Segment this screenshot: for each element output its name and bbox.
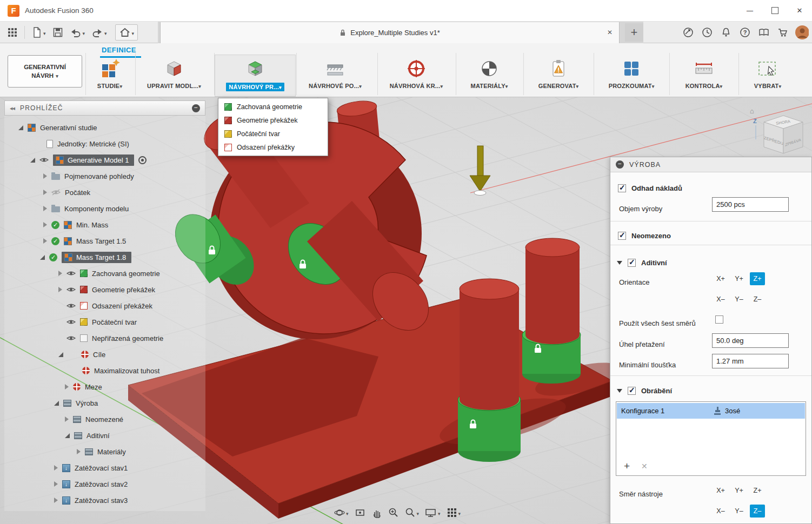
tool-y-plus-button[interactable]: Y+ (731, 484, 747, 497)
tree-item-zatezovaci-stav1[interactable]: Zatěžovací stav1 (4, 460, 205, 475)
ribbon-group-navrhova-kriteria[interactable]: NÁVRHOVÁ KR... (378, 55, 454, 96)
overhang-angle-input[interactable] (712, 333, 789, 348)
collapsed-triangle-icon[interactable] (54, 481, 58, 487)
tree-item-pocatek[interactable]: Počátek (4, 185, 205, 200)
tree-item-min-mass[interactable]: Min. Mass (4, 217, 205, 232)
collapsed-triangle-icon[interactable] (43, 222, 47, 227)
collapsed-triangle-icon[interactable] (54, 465, 58, 471)
grid-settings-button[interactable] (447, 507, 461, 518)
visibility-eye-icon[interactable] (66, 286, 76, 293)
visibility-eye-icon[interactable] (66, 270, 76, 277)
tree-item-komponenty-modelu[interactable]: Komponenty modelu (4, 201, 205, 216)
notifications-button[interactable] (719, 25, 733, 39)
close-button[interactable] (787, 0, 812, 22)
tree-item-maximalizovat-tuhost[interactable]: Maximalizovat tuhost (4, 363, 205, 378)
orientation-y-plus-button[interactable]: Y+ (731, 272, 747, 285)
tree-item-odsazeni-prekazek[interactable]: Odsazení překážek (4, 298, 205, 313)
visibility-eye-icon[interactable] (39, 157, 49, 163)
collapsed-triangle-icon[interactable] (43, 238, 47, 244)
collapsed-triangle-icon[interactable] (43, 173, 47, 179)
orientation-z-minus-button[interactable]: Z– (750, 293, 765, 306)
ribbon-group-generovat[interactable]: GENEROVAT (524, 55, 593, 96)
tree-item-neomezene[interactable]: Neomezené (4, 412, 205, 427)
cost-estimate-checkbox[interactable] (618, 184, 626, 192)
remove-config-button[interactable] (641, 462, 648, 471)
expanded-triangle-icon[interactable] (54, 401, 59, 406)
pan-button[interactable] (371, 507, 382, 518)
production-volume-input[interactable] (712, 197, 789, 212)
job-status-button[interactable] (700, 25, 714, 39)
tree-item-geometrie-prekazek[interactable]: Geometrie překážek (4, 282, 205, 297)
section-collapse-icon[interactable] (617, 389, 622, 393)
app-grid-button[interactable] (4, 22, 21, 43)
tree-item-mass-target-18[interactable]: Mass Target 1.8 (4, 250, 205, 265)
tree-item-zatezovaci-stav3[interactable]: Zatěžovací stav3 (4, 493, 205, 508)
menu-item-odsazeni-prekazky[interactable]: Odsazení překážky (218, 140, 328, 154)
collapsed-triangle-icon[interactable] (65, 416, 69, 422)
tree-item-aditivni[interactable]: Aditivní (4, 428, 205, 443)
orientation-x-minus-button[interactable]: X– (713, 293, 728, 306)
ribbon-tab-definice[interactable]: DEFINICE (102, 46, 136, 54)
collapsed-triangle-icon[interactable] (58, 271, 62, 276)
new-tab-button[interactable] (625, 23, 643, 42)
orientation-y-minus-button[interactable]: Y– (731, 293, 747, 306)
redo-button[interactable] (89, 22, 110, 43)
look-at-button[interactable] (355, 507, 365, 518)
menu-item-zachovana-geometrie[interactable]: Zachovaná geometrie (218, 100, 328, 113)
maximize-button[interactable] (762, 0, 787, 22)
home-view-button[interactable] (115, 24, 138, 41)
add-config-button[interactable] (624, 460, 630, 472)
collapsed-triangle-icon[interactable] (58, 287, 62, 292)
tree-item-generativni-studie[interactable]: Generativní studie (4, 120, 205, 135)
ribbon-group-vybrat[interactable]: VYBRAT (740, 55, 796, 96)
selected-item-highlight[interactable]: Mass Target 1.8 (62, 252, 131, 263)
ribbon-group-prozkoumat[interactable]: PROZKOUMAT (595, 55, 668, 96)
user-avatar[interactable] (795, 25, 809, 39)
expanded-triangle-icon[interactable] (65, 433, 70, 438)
selected-item-highlight[interactable]: Generative Model 1 (53, 154, 134, 166)
orientation-z-plus-button[interactable]: Z+ (750, 272, 765, 285)
ribbon-group-studie[interactable]: STUDIE (86, 55, 133, 96)
tool-z-minus-button[interactable]: Z– (750, 505, 765, 518)
visibility-eye-icon[interactable] (66, 319, 76, 325)
vyroba-panel-header[interactable]: VÝROBA (610, 157, 811, 172)
tree-item-generative-model-1[interactable]: Generative Model 1 (4, 152, 205, 167)
zoom-window-button[interactable] (388, 507, 399, 518)
display-settings-button[interactable] (425, 507, 441, 518)
tree-item-mass-target-15[interactable]: Mass Target 1.5 (4, 233, 205, 248)
machining-checkbox[interactable] (628, 387, 636, 395)
load-arrow[interactable] (477, 146, 483, 177)
help-button[interactable]: ? (738, 25, 752, 39)
visibility-off-eye-icon[interactable] (51, 189, 61, 196)
orientation-x-plus-button[interactable]: X+ (713, 272, 728, 285)
undo-button[interactable] (67, 22, 88, 43)
browser-header[interactable]: PROHLÍŽEČ (4, 100, 205, 116)
collapsed-triangle-icon[interactable] (54, 498, 58, 503)
collapsed-triangle-icon[interactable] (43, 190, 47, 195)
file-menu-button[interactable] (29, 22, 49, 43)
ribbon-group-kontrola[interactable]: KONTROLA (670, 55, 737, 96)
menu-item-geometrie-prekazek[interactable]: Geometrie překážek (218, 113, 328, 127)
tool-x-minus-button[interactable]: X– (713, 505, 728, 518)
workspace-selector[interactable]: GENERATIVNÍ NÁVRH (8, 55, 82, 88)
tree-item-meze[interactable]: Meze (4, 379, 205, 394)
tool-y-minus-button[interactable]: Y– (731, 505, 747, 518)
tab-close-icon[interactable] (607, 29, 613, 36)
collapsed-triangle-icon[interactable] (65, 384, 69, 389)
additive-checkbox[interactable] (628, 259, 636, 267)
tree-item-zatezovaci-stav2[interactable]: Zatěžovací stav2 (4, 476, 205, 492)
tree-item-neprirazena-geometrie[interactable]: Nepřiřazená geometrie (4, 331, 205, 346)
expanded-triangle-icon[interactable] (40, 255, 45, 260)
section-collapse-icon[interactable] (617, 261, 622, 265)
browser-minimize-icon[interactable] (192, 104, 200, 112)
minimize-button[interactable] (737, 0, 762, 22)
ribbon-group-navrhovy-prostor[interactable]: NÁVRHOVÝ PR... (215, 55, 295, 96)
collapsed-triangle-icon[interactable] (77, 449, 81, 454)
expanded-triangle-icon[interactable] (18, 125, 23, 130)
obstacle-cylinder[interactable] (460, 289, 519, 410)
visibility-eye-icon[interactable] (66, 303, 76, 309)
view-cube[interactable]: ⌂ Z SHORA ZEPŘEDU ZPRÁVA (748, 106, 808, 160)
zoom-button[interactable] (405, 507, 420, 518)
tree-item-materialy[interactable]: Materiály (4, 444, 205, 459)
machining-config-list[interactable]: Konfigurace 1 3osé (616, 401, 806, 476)
